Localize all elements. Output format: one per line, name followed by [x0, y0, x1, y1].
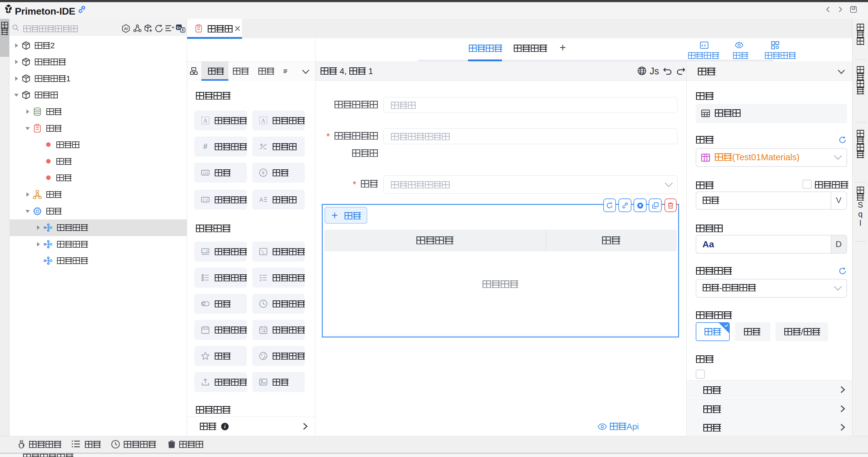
svg-text:1:n: 1:n [704, 154, 708, 157]
svg-text:1~3: 1~3 [203, 198, 208, 202]
svg-text:AI: AI [124, 27, 128, 31]
svg-text:A: A [259, 196, 264, 203]
svg-text:#: # [203, 142, 208, 151]
svg-text:A: A [261, 117, 266, 124]
svg-text:123: 123 [203, 171, 208, 175]
svg-text:A: A [203, 117, 208, 124]
svg-text:¥: ¥ [262, 170, 265, 175]
svg-text:i: i [224, 424, 226, 429]
